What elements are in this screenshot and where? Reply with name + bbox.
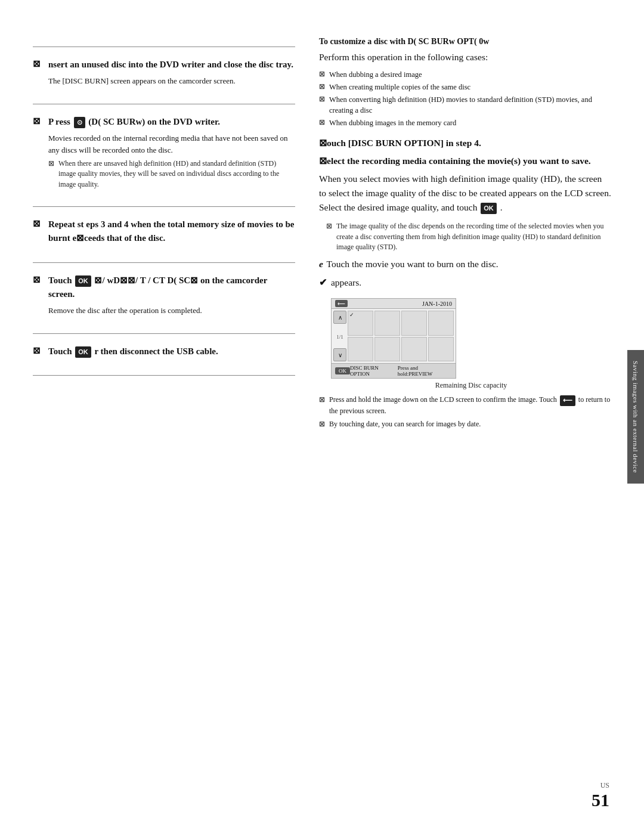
step-detail-period: .	[500, 202, 503, 212]
step-1-sub: The [DISC BURN] screen appears on the ca…	[48, 75, 295, 87]
step-5-ok-badge: OK	[75, 346, 91, 358]
step-2-suffix: (D( SC BURw) on the DVD writer.	[88, 117, 220, 126]
step-5: ⊠ Touch OK r then disconnect the USB cab…	[33, 345, 295, 358]
screen-preview-label: Press and hold:PREVIEW	[398, 365, 452, 377]
step-detail-text: When you select movies with high definit…	[319, 174, 611, 212]
thumb-2	[374, 311, 400, 336]
step-2-note-text: When there are unsaved high definition (…	[58, 159, 295, 190]
list-item: ⊠ When dubbing images in the memory card	[319, 117, 611, 128]
step-select: ⊠elect the recording media containing th…	[319, 154, 611, 168]
step-4-prefix: Touch	[48, 275, 74, 285]
divider-2	[33, 206, 295, 207]
step-3-main: Repeat st eps 3 and 4 when the total mem…	[48, 218, 295, 246]
right-note-1: ⊠ Press and hold the image down on the L…	[319, 395, 611, 416]
appears-label: ✔ appears.	[319, 275, 611, 290]
left-column: ⊠ nsert an unused disc into the DVD writ…	[33, 36, 295, 797]
bullet-icon: ⊠	[319, 69, 326, 79]
step-2-sub: Movies recorded on the internal recordin…	[48, 132, 295, 156]
step-5-prefix: Touch	[48, 346, 74, 356]
screen-top-bar: ⟵ JAN-1-2010	[332, 299, 456, 309]
step-3: ⊠ Repeat st eps 3 and 4 when the total m…	[33, 218, 295, 246]
divider-1	[33, 104, 295, 104]
screen-bottom-bar: OK DISC BURN OPTION Press and hold:PREVI…	[332, 363, 456, 378]
checkmark-icon: ✔	[319, 277, 327, 287]
page: ⊠ nsert an unused disc into the DVD writ…	[0, 0, 644, 833]
bullet-icon: ⊠	[319, 117, 326, 128]
right-header: To customize a disc with D( SC BURw OPT(…	[319, 36, 611, 48]
note-bullet-icon: ⊠	[326, 221, 333, 231]
bullet-icon: ⊠	[319, 94, 326, 104]
step-3-content: Repeat st eps 3 and 4 when the total mem…	[48, 218, 295, 246]
step-2-ok-badge: ⊙	[74, 117, 85, 128]
thumb-1	[348, 311, 373, 336]
step-4-sub: Remove the disc after the operation is c…	[48, 305, 295, 317]
step-1: ⊠ nsert an unused disc into the DVD writ…	[33, 58, 295, 87]
step-4-num: ⊠	[33, 274, 44, 285]
right-note-2: ⊠ By touching date, you can search for i…	[319, 419, 611, 429]
divider-4	[33, 333, 295, 334]
note-2-text: By touching date, you can search for ima…	[329, 419, 481, 429]
step-touch-option: ⊠ouch [DISC BURN OPTION] in step 4.	[319, 136, 611, 150]
note-bullet-icon: ⊠	[319, 419, 326, 429]
bullet-list: ⊠ When dubbing a desired image ⊠ When cr…	[319, 69, 611, 131]
step-select-note-block: ⊠ The image quality of the disc depends …	[326, 221, 611, 252]
step-4-content: Touch OK ⊠/ wD⊠⊠/ T / CT D( SC⊠ on the c…	[48, 274, 295, 317]
divider-5	[33, 375, 295, 376]
thumb-6	[374, 337, 400, 362]
back-arrow-badge: ⟵	[560, 395, 575, 406]
step-5-main: Touch OK r then disconnect the USB cable…	[48, 345, 295, 358]
screen-date: JAN-1-2010	[422, 301, 452, 307]
screen-side-buttons: ∧ 1/1 ∨	[333, 311, 346, 361]
step-5-suffix: r then disconnect the USB cable.	[94, 346, 218, 356]
right-intro: Perform this operation in the following …	[319, 50, 611, 64]
screen-thumbnails	[348, 311, 454, 361]
screen-back-button: ⟵	[335, 300, 348, 307]
appears-text: appears.	[331, 277, 361, 287]
screen-down-button: ∨	[333, 348, 346, 361]
list-item: ⊠ When converting high definition (HD) m…	[319, 94, 611, 116]
screen-ok-button: OK	[335, 367, 350, 374]
disc-capacity-label: Remaining Disc capacity	[331, 381, 611, 390]
screen-page-num: 1/1	[333, 334, 346, 340]
thumb-4	[428, 311, 454, 336]
top-divider	[33, 47, 295, 47]
step-5-content: Touch OK r then disconnect the USB cable…	[48, 345, 295, 358]
divider-3	[33, 262, 295, 263]
page-number: 51	[592, 790, 609, 810]
step-2-main: P ress ⊙ (D( SC BURw) on the DVD writer.	[48, 115, 295, 129]
step-1-main: nsert an unused disc into the DVD writer…	[48, 58, 295, 72]
note-1-text: Press and hold the image down on the LCD…	[329, 395, 611, 416]
bullet-text: When converting high definition (HD) mov…	[329, 94, 611, 116]
step-5-num: ⊠	[33, 345, 44, 356]
step-2-content: P ress ⊙ (D( SC BURw) on the DVD writer.…	[48, 115, 295, 190]
step-select-text: ⊠elect the recording media containing th…	[319, 156, 591, 166]
side-tab: Saving images with an external device	[627, 349, 644, 483]
step-select-detail: When you select movies with high definit…	[319, 172, 611, 215]
thumb-7	[401, 337, 427, 362]
note-bullet-icon: ⊠	[319, 395, 326, 405]
screen-grid: ∧ 1/1 ∨	[332, 309, 456, 363]
bullet-text: When creating multiple copies of the sam…	[329, 82, 470, 92]
step-2-prefix: P ress	[48, 117, 73, 126]
step-e-label: e	[319, 259, 323, 269]
step-1-content: nsert an unused disc into the DVD writer…	[48, 58, 295, 87]
screen-mockup: ⟵ JAN-1-2010 ∧ 1/1 ∨	[331, 298, 456, 379]
screen-disc-burn-option: DISC BURN OPTION	[350, 365, 398, 377]
bullet-text: When dubbing a desired image	[329, 69, 422, 80]
list-item: ⊠ When creating multiple copies of the s…	[319, 82, 611, 92]
right-column: To customize a disc with D( SC BURw OPT(…	[319, 36, 611, 797]
thumb-8	[428, 337, 454, 362]
bullet-text: When dubbing images in the memory card	[329, 117, 456, 128]
bullet-icon: ⊠	[319, 82, 326, 92]
step-3-num: ⊠	[33, 218, 44, 229]
step-e: e Touch the movie you want to burn on th…	[319, 257, 611, 271]
list-item: ⊠ When dubbing a desired image	[319, 69, 611, 80]
step-4-main: Touch OK ⊠/ wD⊠⊠/ T / CT D( SC⊠ on the c…	[48, 274, 295, 302]
thumb-3	[401, 311, 427, 336]
step-1-num: ⊠	[33, 58, 44, 69]
step-2-note: ⊠ When there are unsaved high definition…	[48, 159, 295, 190]
step-4-ok-badge: OK	[75, 275, 91, 287]
step-e-text: Touch the movie you want to burn on the …	[327, 259, 499, 269]
step-select-note-text: The image quality of the disc depends on…	[336, 221, 611, 252]
page-locale: US	[600, 781, 609, 790]
